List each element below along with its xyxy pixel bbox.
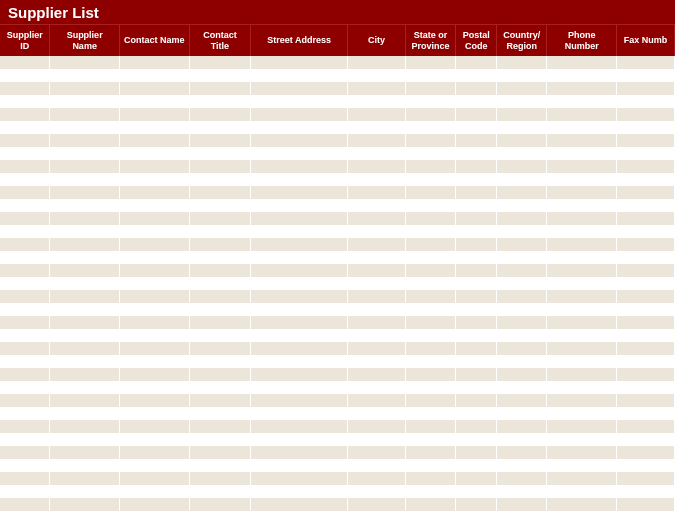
table-cell[interactable] [547,264,617,277]
table-cell[interactable] [547,277,617,290]
table-cell[interactable] [190,290,252,303]
table-cell[interactable] [0,277,50,290]
table-row[interactable] [0,407,675,420]
table-cell[interactable] [348,186,406,199]
table-cell[interactable] [456,264,497,277]
table-cell[interactable] [348,472,406,485]
table-cell[interactable] [50,407,120,420]
table-cell[interactable] [190,316,252,329]
table-cell[interactable] [617,251,675,264]
table-cell[interactable] [120,290,190,303]
table-cell[interactable] [0,82,50,95]
table-cell[interactable] [406,394,456,407]
table-cell[interactable] [348,238,406,251]
table-cell[interactable] [190,446,252,459]
table-cell[interactable] [497,355,547,368]
table-cell[interactable] [406,433,456,446]
table-cell[interactable] [190,147,252,160]
table-cell[interactable] [547,368,617,381]
table-cell[interactable] [406,459,456,472]
table-cell[interactable] [348,329,406,342]
table-row[interactable] [0,264,675,277]
table-row[interactable] [0,511,675,520]
table-cell[interactable] [406,316,456,329]
table-cell[interactable] [456,381,497,394]
table-cell[interactable] [348,56,406,69]
table-cell[interactable] [50,134,120,147]
table-cell[interactable] [617,420,675,433]
table-cell[interactable] [348,147,406,160]
table-cell[interactable] [251,498,348,511]
table-cell[interactable] [617,511,675,520]
table-cell[interactable] [50,199,120,212]
table-cell[interactable] [0,264,50,277]
table-cell[interactable] [50,342,120,355]
table-cell[interactable] [456,394,497,407]
table-row[interactable] [0,173,675,186]
table-cell[interactable] [190,420,252,433]
table-cell[interactable] [120,251,190,264]
table-cell[interactable] [348,316,406,329]
table-cell[interactable] [456,355,497,368]
table-cell[interactable] [0,446,50,459]
table-cell[interactable] [406,498,456,511]
table-row[interactable] [0,485,675,498]
table-cell[interactable] [497,316,547,329]
table-cell[interactable] [456,225,497,238]
table-cell[interactable] [617,485,675,498]
table-cell[interactable] [0,394,50,407]
table-cell[interactable] [456,160,497,173]
table-cell[interactable] [497,134,547,147]
table-cell[interactable] [348,446,406,459]
table-cell[interactable] [406,472,456,485]
table-cell[interactable] [50,277,120,290]
table-cell[interactable] [251,290,348,303]
table-cell[interactable] [406,446,456,459]
table-cell[interactable] [406,173,456,186]
table-row[interactable] [0,121,675,134]
table-cell[interactable] [547,95,617,108]
table-cell[interactable] [456,186,497,199]
table-row[interactable] [0,199,675,212]
table-cell[interactable] [0,485,50,498]
table-cell[interactable] [497,95,547,108]
table-cell[interactable] [617,446,675,459]
table-cell[interactable] [456,303,497,316]
table-cell[interactable] [617,355,675,368]
table-cell[interactable] [120,381,190,394]
table-row[interactable] [0,368,675,381]
table-cell[interactable] [497,394,547,407]
table-cell[interactable] [617,69,675,82]
table-cell[interactable] [251,368,348,381]
table-cell[interactable] [497,238,547,251]
table-cell[interactable] [348,264,406,277]
table-cell[interactable] [617,199,675,212]
table-cell[interactable] [456,316,497,329]
table-cell[interactable] [190,212,252,225]
table-cell[interactable] [251,329,348,342]
table-cell[interactable] [547,303,617,316]
table-cell[interactable] [251,238,348,251]
table-row[interactable] [0,329,675,342]
table-cell[interactable] [348,407,406,420]
table-cell[interactable] [120,264,190,277]
table-cell[interactable] [547,316,617,329]
table-cell[interactable] [406,225,456,238]
table-cell[interactable] [456,108,497,121]
table-cell[interactable] [0,420,50,433]
table-cell[interactable] [0,472,50,485]
table-cell[interactable] [120,342,190,355]
table-cell[interactable] [0,69,50,82]
table-cell[interactable] [348,134,406,147]
table-cell[interactable] [50,108,120,121]
table-cell[interactable] [406,108,456,121]
table-cell[interactable] [456,251,497,264]
table-cell[interactable] [348,485,406,498]
table-cell[interactable] [50,303,120,316]
table-cell[interactable] [251,121,348,134]
table-cell[interactable] [0,368,50,381]
table-cell[interactable] [251,381,348,394]
table-cell[interactable] [456,147,497,160]
table-cell[interactable] [251,472,348,485]
table-cell[interactable] [547,108,617,121]
